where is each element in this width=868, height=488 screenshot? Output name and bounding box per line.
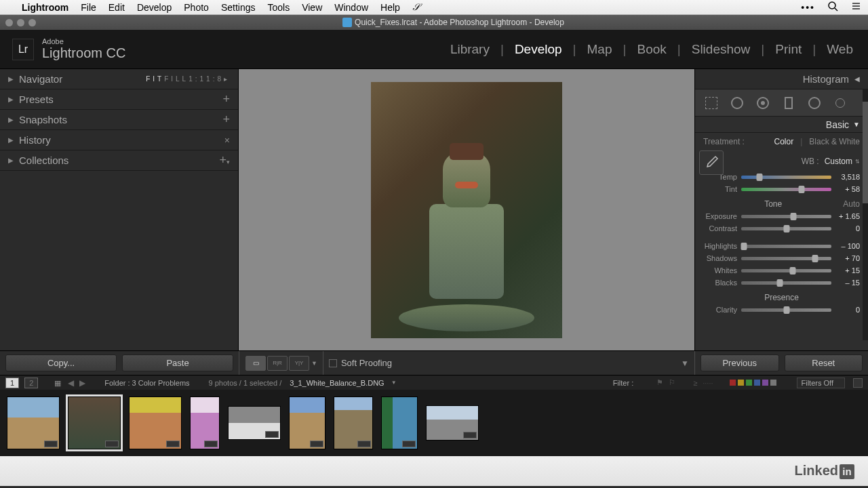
add-snapshot-icon[interactable]: + [222, 113, 230, 127]
module-develop[interactable]: Develop [512, 42, 565, 57]
module-slideshow[interactable]: Slideshow [689, 42, 753, 57]
highlights-slider[interactable]: Highlights– 100 [695, 240, 868, 252]
crop-tool-icon[interactable] [703, 95, 719, 111]
loupe-view-button[interactable]: ▭ [245, 356, 266, 371]
panel-basic[interactable]: Basic ▼ [695, 117, 868, 133]
disclosure-triangle-icon[interactable]: ▶ [8, 96, 14, 103]
filter-preset-dropdown[interactable]: Filters Off [797, 378, 845, 388]
menu-edit[interactable]: Edit [108, 2, 125, 13]
filmstrip-thumbnail[interactable] [129, 396, 182, 449]
white-balance-eyedropper-icon[interactable] [699, 150, 724, 175]
svg-line-1 [835, 8, 837, 11]
disclosure-triangle-icon[interactable]: ◀ [854, 75, 860, 83]
module-web[interactable]: Web [824, 42, 856, 57]
filmstrip-thumbnail[interactable] [7, 396, 60, 449]
window-minimize-button[interactable] [17, 19, 24, 26]
filmstrip-thumbnail[interactable] [68, 396, 121, 449]
before-after-lr-button[interactable]: R|R [267, 356, 288, 371]
clear-history-icon[interactable]: × [224, 135, 230, 146]
right-panel-scrollbar[interactable] [863, 89, 868, 340]
panel-presets[interactable]: ▶ Presets + [0, 89, 238, 110]
disclosure-triangle-icon[interactable]: ▶ [8, 136, 14, 144]
panel-history[interactable]: ▶ History × [0, 130, 238, 150]
radial-filter-tool-icon[interactable] [806, 95, 823, 111]
reset-button[interactable]: Reset [785, 354, 863, 371]
menu-list-icon[interactable] [850, 1, 861, 14]
menu-settings[interactable]: Settings [221, 2, 256, 13]
filmstrip-thumbnail[interactable] [289, 396, 326, 449]
image-preview-area[interactable] [239, 69, 694, 350]
panel-snapshots[interactable]: ▶ Snapshots + [0, 110, 238, 130]
menu-extras-icon[interactable]: ••• [801, 2, 815, 13]
before-after-tb-button[interactable]: Y|Y [289, 356, 309, 371]
previous-button[interactable]: Previous [701, 354, 779, 371]
filmstrip-thumbnail[interactable] [228, 406, 281, 440]
nav-back-icon[interactable]: ◀ [68, 378, 74, 388]
grid-icon[interactable]: ▦ [54, 379, 62, 387]
menu-photo[interactable]: Photo [184, 2, 209, 13]
add-preset-icon[interactable]: + [222, 92, 230, 106]
disclosure-triangle-icon[interactable]: ▶ [8, 116, 14, 123]
window-close-button[interactable] [5, 19, 13, 26]
treatment-bw[interactable]: Black & White [809, 137, 860, 146]
menu-help[interactable]: Help [380, 2, 400, 13]
folder-path[interactable]: Folder : 3 Color Problems [104, 379, 189, 387]
adjustment-brush-tool-icon[interactable] [832, 95, 848, 111]
module-book[interactable]: Book [634, 42, 669, 57]
nav-forward-icon[interactable]: ▶ [79, 378, 85, 388]
spotlight-search-icon[interactable] [827, 1, 838, 14]
main-window-button[interactable]: 1 [5, 378, 19, 388]
module-library[interactable]: Library [448, 42, 492, 57]
window-zoom-button[interactable] [28, 19, 36, 26]
exposure-slider[interactable]: Exposure+ 1.65 [695, 210, 868, 222]
filter-lock-icon[interactable] [853, 378, 863, 388]
copy-settings-button[interactable]: Copy... [5, 354, 117, 371]
panel-histogram[interactable]: Histogram ◀ [695, 69, 868, 89]
filmstrip[interactable] [0, 390, 868, 456]
wb-preset-dropdown[interactable]: Custom [825, 157, 852, 166]
menu-tools[interactable]: Tools [267, 2, 290, 13]
clarity-slider[interactable]: Clarity0 [695, 304, 868, 316]
panel-collections[interactable]: ▶ Collections +▾ [0, 150, 238, 171]
paste-settings-button[interactable]: Paste [122, 354, 233, 371]
spot-removal-tool-icon[interactable] [729, 95, 745, 111]
redeye-tool-icon[interactable] [755, 95, 771, 111]
blacks-slider[interactable]: Blacks– 15 [695, 277, 868, 289]
filmstrip-thumbnail[interactable] [381, 396, 418, 449]
menu-develop[interactable]: Develop [137, 2, 172, 13]
contrast-slider[interactable]: Contrast0 [695, 222, 868, 235]
menu-script-icon[interactable]: 𝒮 [412, 1, 419, 13]
menu-file[interactable]: File [81, 2, 96, 13]
navigator-zoom-options[interactable]: FITFILL1:11:8▸ [146, 75, 230, 83]
module-print[interactable]: Print [772, 42, 804, 57]
shadows-slider[interactable]: Shadows+ 70 [695, 252, 868, 264]
dropdown-arrows-icon[interactable]: ⇅ [855, 159, 860, 165]
file-dropdown-icon[interactable]: ▼ [391, 380, 397, 386]
second-window-button[interactable]: 2 [24, 378, 38, 388]
filmstrip-thumbnail[interactable] [190, 396, 220, 449]
flag-filter-icon[interactable]: ⚑ [656, 378, 663, 387]
disclosure-triangle-icon[interactable]: ▶ [8, 75, 14, 83]
rating-filter-icon[interactable]: ≥ [693, 379, 697, 387]
treatment-color[interactable]: Color [774, 137, 793, 146]
graduated-filter-tool-icon[interactable] [781, 95, 797, 111]
auto-tone-button[interactable]: Auto [843, 199, 860, 209]
current-file-name[interactable]: 3_1_White_Balance_B.DNG [290, 379, 384, 387]
tint-slider[interactable]: Tint + 58 [695, 183, 868, 195]
disclosure-triangle-icon[interactable]: ▼ [853, 121, 860, 128]
toolbar-options-dropdown-icon[interactable]: ▼ [681, 359, 689, 368]
whites-slider[interactable]: Whites+ 15 [695, 264, 868, 277]
filmstrip-thumbnail[interactable] [334, 396, 373, 449]
menu-view[interactable]: View [302, 2, 322, 13]
menu-app[interactable]: Lightroom [22, 2, 68, 13]
module-map[interactable]: Map [585, 42, 615, 57]
menu-window[interactable]: Window [334, 2, 368, 13]
panel-navigator[interactable]: ▶ Navigator FITFILL1:11:8▸ [0, 69, 238, 89]
disclosure-triangle-icon[interactable]: ▶ [8, 157, 14, 164]
filmstrip-thumbnail[interactable] [426, 405, 479, 441]
flag-reject-filter-icon[interactable]: ⚐ [669, 378, 675, 387]
add-collection-icon[interactable]: +▾ [219, 153, 230, 167]
color-label-filters[interactable] [730, 380, 776, 386]
view-mode-dropdown-icon[interactable]: ▼ [311, 360, 317, 367]
soft-proofing-checkbox[interactable] [329, 359, 337, 367]
